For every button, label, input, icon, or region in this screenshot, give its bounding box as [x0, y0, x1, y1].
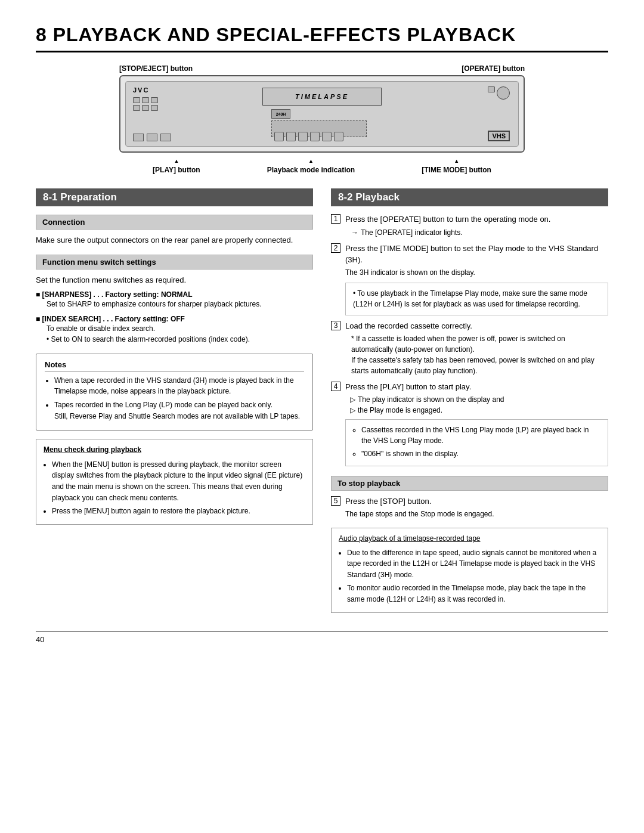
- step-3-text: Load the recorded cassette correctly.: [345, 321, 472, 330]
- index-search-text: To enable or disable index search.: [36, 323, 313, 335]
- step-content-5: Press the [STOP] button. The tape stops …: [345, 496, 608, 519]
- step-2-sub: The 3H indicator is shown on the display…: [345, 267, 608, 278]
- step-3-star: * If a cassette is loaded when the power…: [345, 333, 608, 376]
- time-mode-label-item: [TIME MODE] button: [422, 156, 491, 174]
- step-4-sub1: ▷The play indicator is shown on the disp…: [345, 394, 608, 405]
- diagram-section: [STOP/EJECT] button [OPERATE] button JVC…: [36, 64, 608, 174]
- menu-check-item-1: When the [MENU] button is pressed during…: [52, 459, 305, 503]
- sharpness-label: ■ [SHARPNESS] . . . Factory setting: NOR…: [36, 290, 313, 299]
- function-menu-intro: Set the function menu switches as requir…: [36, 274, 313, 286]
- vcr-right-btn-row: [488, 86, 510, 100]
- playback-mode-label-item: Playback mode indication: [267, 156, 355, 174]
- step-content-4: Press the [PLAY] button to start play. ▷…: [345, 381, 608, 466]
- vcr-btn: [488, 86, 495, 92]
- arrow-up-icon: [308, 156, 314, 165]
- vcr-small-btn: [147, 134, 157, 141]
- stop-eject-label: [STOP/EJECT] button: [119, 64, 193, 73]
- step-2-text: Press the [TIME MODE] button to set the …: [345, 244, 598, 265]
- connection-text: Make sure the output connectors on the r…: [36, 234, 313, 246]
- step-2-bullet-box: • To use playback in the Timelapse Play …: [345, 283, 608, 315]
- step-4-bullet-2: "006H" is shown in the display.: [361, 448, 600, 460]
- step-5: 5 Press the [STOP] button. The tape stop…: [331, 496, 608, 519]
- step-content-1: Press the [OPERATE] button to turn the o…: [345, 213, 608, 238]
- vcr-brand: JVC: [133, 86, 149, 94]
- step-num-1: 1: [331, 214, 340, 224]
- step-2: 2 Press the [TIME MODE] button to set th…: [331, 243, 608, 315]
- menu-check-box: Menu check during playback When the [MEN…: [36, 439, 313, 525]
- playback-steps: 1 Press the [OPERATE] button to turn the…: [331, 213, 608, 466]
- function-menu-header: Function menu switch settings: [36, 255, 313, 270]
- step-5-sub: The tape stops and the Stop mode is enga…: [345, 509, 608, 519]
- step-4-text: Press the [PLAY] button to start play.: [345, 382, 471, 391]
- menu-check-list: When the [MENU] button is pressed during…: [44, 459, 305, 517]
- step-num-4: 4: [331, 382, 340, 391]
- audio-box-list: Due to the difference in tape speed, aud…: [339, 547, 600, 605]
- section-81-header: 8-1 Preparation: [36, 188, 313, 206]
- sharpness-text: Set to SHARP to emphasize contours for s…: [36, 299, 313, 310]
- step-1-text: Press the [OPERATE] button to turn the o…: [345, 215, 550, 224]
- notes-item-1: When a tape recorded in the VHS standard…: [54, 375, 304, 397]
- audio-box: Audio playback of a timelapse-recorded t…: [331, 528, 608, 613]
- vcr-display: TIMELAPSE: [262, 88, 382, 106]
- col-left: 8-1 Preparation Connection Make sure the…: [36, 188, 313, 613]
- step-4-bullet-list: Cassettes recorded in the VHS Long Play …: [353, 425, 600, 460]
- time-indicator: 240H: [271, 109, 290, 119]
- vcr-btn: [151, 105, 158, 111]
- vcr-right-buttons: [488, 86, 510, 100]
- vcr-diagram: JVC TIMELAPSE: [119, 75, 525, 153]
- audio-item-1: Due to the difference in tape speed, aud…: [347, 547, 600, 581]
- two-col-layout: 8-1 Preparation Connection Make sure the…: [36, 188, 608, 613]
- col-right: 8-2 Playback 1 Press the [OPERATE] butto…: [331, 188, 608, 613]
- vcr-left-buttons: [133, 97, 158, 111]
- step-content-2: Press the [TIME MODE] button to set the …: [345, 243, 608, 315]
- transport-btn: [286, 132, 296, 141]
- vhs-logo: VHS: [488, 131, 510, 141]
- vcr-small-btn: [133, 134, 144, 141]
- notes-title: Notes: [45, 360, 304, 371]
- step-4-bullet-1: Cassettes recorded in the VHS Long Play …: [361, 425, 600, 447]
- notes-box: Notes When a tape recorded in the VHS st…: [36, 354, 313, 431]
- stop-steps: 5 Press the [STOP] button. The tape stop…: [331, 496, 608, 519]
- stop-playback-header: To stop playback: [331, 476, 608, 491]
- step-3: 3 Load the recorded cassette correctly. …: [331, 320, 608, 377]
- vcr-small-btn: [160, 134, 171, 141]
- vcr-bottom-controls: [133, 134, 171, 141]
- menu-check-item-2: Press the [MENU] button again to restore…: [52, 506, 305, 517]
- notes-list: When a tape recorded in the VHS standard…: [45, 375, 304, 422]
- vcr-btn: [142, 97, 149, 103]
- time-mode-label: [TIME MODE] button: [422, 166, 491, 174]
- arrow-right-icon: [351, 227, 358, 238]
- notes-item-2: Tapes recorded in the Long Play (LP) mod…: [54, 400, 304, 422]
- connection-header: Connection: [36, 215, 313, 230]
- vcr-btn: [151, 97, 158, 103]
- index-search-label: ■ [INDEX SEARCH] . . . Factory setting: …: [36, 315, 313, 323]
- page-title: 8 PLAYBACK AND SPECIAL-EFFECTS PLAYBACK: [36, 24, 608, 52]
- index-search-sub: • Set to ON to search the alarm-recorded…: [36, 334, 313, 345]
- vcr-transport-buttons: [274, 132, 343, 141]
- transport-btn: [310, 132, 320, 141]
- step-4-sub2: ▷the Play mode is engaged.: [345, 405, 608, 416]
- audio-item-2: To monitor audio recorded in the Timelap…: [347, 583, 600, 605]
- transport-btn: [274, 132, 284, 141]
- arrow-up-icon: [454, 156, 459, 165]
- transport-btn: [298, 132, 308, 141]
- page-number: 40: [36, 631, 608, 644]
- step-num-3: 3: [331, 321, 340, 330]
- transport-btn: [334, 132, 343, 141]
- sharpness-item: ■ [SHARPNESS] . . . Factory setting: NOR…: [36, 290, 313, 310]
- menu-check-title: Menu check during playback: [44, 444, 305, 456]
- transport-btn: [322, 132, 332, 141]
- play-label-item: [PLAY] button: [153, 156, 200, 174]
- vcr-btn: [133, 105, 140, 111]
- step-1-sub-text: The [OPERATE] indicator lights.: [361, 227, 463, 238]
- operate-btn: [497, 86, 510, 100]
- operate-label: [OPERATE] button: [462, 64, 525, 73]
- play-arrow-icon: ▷: [350, 395, 355, 404]
- vcr-inner: JVC TIMELAPSE: [125, 81, 519, 147]
- step-num-5: 5: [331, 496, 340, 506]
- index-search-item: ■ [INDEX SEARCH] . . . Factory setting: …: [36, 315, 313, 345]
- diagram-labels-bottom: [PLAY] button Playback mode indication […: [119, 156, 525, 174]
- section-82-header: 8-2 Playback: [331, 188, 608, 206]
- step-5-text: Press the [STOP] button.: [345, 497, 431, 506]
- audio-box-title: Audio playback of a timelapse-recorded t…: [339, 533, 600, 544]
